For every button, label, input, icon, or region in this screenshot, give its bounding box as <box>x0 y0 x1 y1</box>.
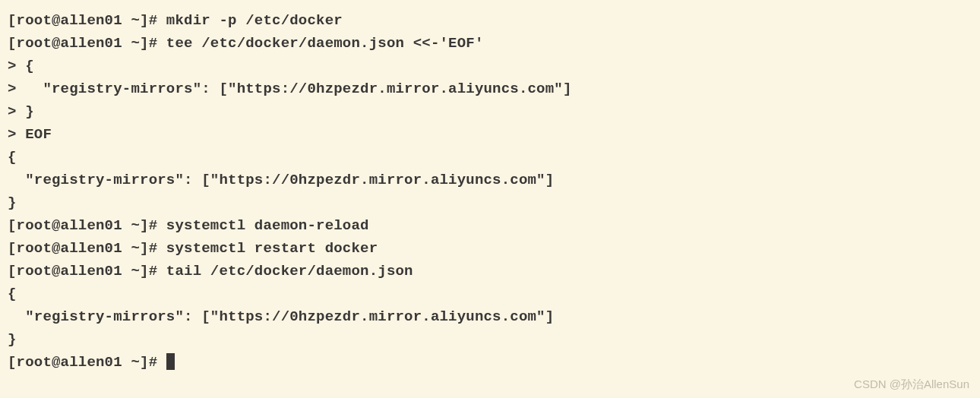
terminal-line: [root@allen01 ~]# systemctl daemon-reloa… <box>8 214 972 237</box>
terminal-line: > } <box>8 100 972 123</box>
cursor-icon <box>166 353 175 370</box>
terminal-line: [root@allen01 ~]# mkdir -p /etc/docker <box>8 9 972 32</box>
terminal-prompt: [root@allen01 ~]# <box>8 354 166 371</box>
watermark-text: CSDN @孙治AllenSun <box>854 375 969 393</box>
terminal-line: } <box>8 328 972 351</box>
terminal-line: } <box>8 191 972 214</box>
terminal-line: { <box>8 283 972 305</box>
terminal-line: "registry-mirrors": ["https://0hzpezdr.m… <box>8 169 972 191</box>
terminal-line: [root@allen01 ~]# systemctl restart dock… <box>8 237 972 260</box>
terminal-line: { <box>8 146 972 169</box>
terminal-prompt-line[interactable]: [root@allen01 ~]# <box>8 351 972 374</box>
terminal-line: > EOF <box>8 123 972 146</box>
terminal-output[interactable]: [root@allen01 ~]# mkdir -p /etc/docker [… <box>8 9 972 374</box>
terminal-line: [root@allen01 ~]# tee /etc/docker/daemon… <box>8 32 972 55</box>
terminal-line: [root@allen01 ~]# tail /etc/docker/daemo… <box>8 260 972 283</box>
terminal-line: "registry-mirrors": ["https://0hzpezdr.m… <box>8 305 972 328</box>
terminal-line: > "registry-mirrors": ["https://0hzpezdr… <box>8 77 972 100</box>
terminal-line: > { <box>8 55 972 77</box>
